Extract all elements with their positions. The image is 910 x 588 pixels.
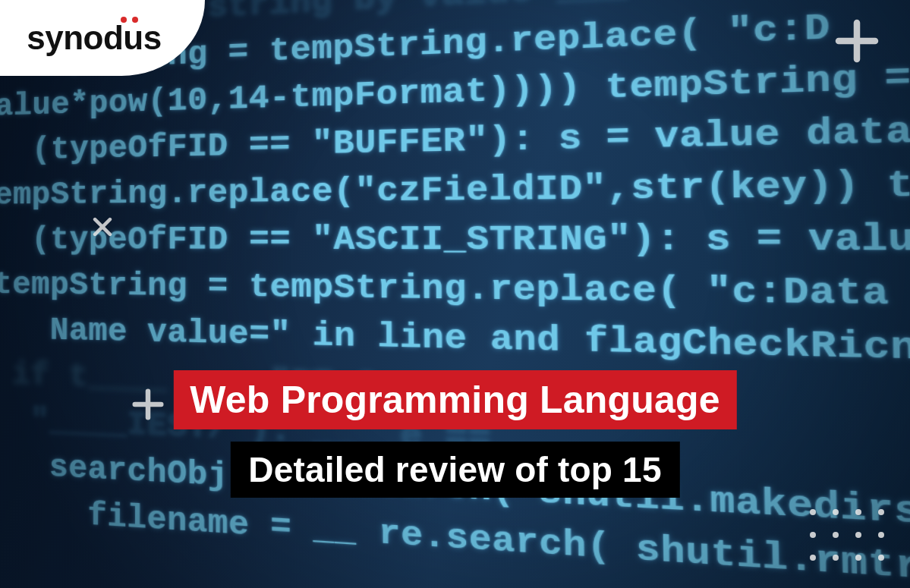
- dot-grid-icon: [810, 509, 884, 561]
- code-line: tempString = tempString.replace( "c:Data: [0, 267, 890, 315]
- title-line-2: Detailed review of top 15: [230, 442, 679, 498]
- plus-icon: [131, 387, 165, 425]
- code-line: (typeOfFID == "ASCII_STRING"): s = value…: [31, 219, 910, 262]
- title-stack: Web Programming Language Detailed review…: [173, 370, 736, 498]
- code-lines-block: value = float(______) = 14 #Replace stri…: [0, 0, 910, 588]
- logo-label: synodus: [27, 19, 161, 56]
- logo-umlaut-dots: [121, 17, 138, 23]
- code-background: value = float(______) = 14 #Replace stri…: [0, 0, 910, 588]
- x-icon: [90, 214, 115, 243]
- plus-icon: [833, 17, 881, 68]
- logo-text: synodus: [27, 19, 161, 57]
- title-line-1: Web Programming Language: [173, 370, 736, 429]
